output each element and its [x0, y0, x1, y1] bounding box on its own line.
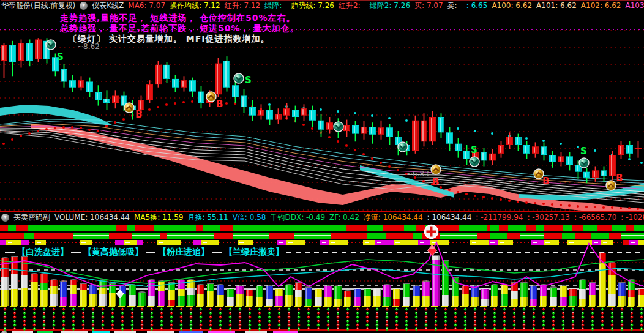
volume-indicator-chart[interactable]	[0, 223, 644, 331]
ribbon-segment	[459, 225, 487, 231]
red-dot	[560, 204, 562, 206]
ribbon-segment	[346, 225, 367, 231]
ribbon-row-2	[0, 233, 644, 239]
red-dot	[388, 165, 391, 168]
ribbon-segment	[623, 240, 629, 245]
ribbon-segment	[383, 225, 404, 231]
chevron-down-circle-icon[interactable]: ▾	[1, 214, 9, 222]
sell-signal-ball-icon	[234, 73, 244, 83]
cyan-dot	[474, 130, 476, 132]
ribbon-segment	[591, 233, 609, 239]
ribbon-segment	[160, 233, 167, 239]
sell-letter: S	[245, 75, 252, 86]
cyan-dot	[457, 127, 459, 130]
ribbon-row-3	[0, 240, 644, 245]
ribbon-segment	[559, 240, 567, 245]
ribbon-row-1	[0, 225, 644, 231]
signal-text-green-light: 〔绿灯〕 实计交易量增加。 MFI促进指数增加。	[69, 34, 269, 45]
header-item: ZF: 0.42	[329, 213, 359, 222]
ribbon-segment	[286, 240, 305, 245]
ribbon-segment	[413, 233, 422, 239]
red-dot	[88, 129, 91, 131]
ribbon-segment	[544, 240, 559, 245]
ribbon-segment	[73, 233, 109, 239]
red-dot	[80, 127, 82, 129]
sell-letter: S	[471, 144, 477, 155]
ribbon-segment	[34, 233, 73, 239]
ribbon-segment	[127, 225, 135, 231]
red-dot	[371, 157, 373, 160]
red-dot	[568, 204, 571, 207]
cyan-dot	[354, 112, 356, 114]
red-dot	[11, 138, 13, 141]
ribbon-segment	[440, 233, 477, 239]
red-dot	[157, 106, 159, 108]
ribbon-segment	[613, 240, 623, 245]
signal-label-row: 【白洗盘进】【黄高抛低吸】【粉庄进追】【兰绿庄撤卖】	[2, 247, 644, 257]
header-item: V倍: 0.58	[233, 212, 266, 222]
red-dot	[105, 125, 108, 127]
cyan-dot	[560, 143, 562, 145]
ribbon-segment	[612, 225, 626, 231]
cyan-dot	[542, 140, 545, 142]
red-dot	[345, 144, 348, 147]
red-dot	[71, 126, 73, 129]
red-dot	[225, 102, 228, 105]
buy-signal-ball-icon	[124, 103, 134, 113]
red-dot	[474, 195, 476, 197]
ribbon-segment	[513, 240, 531, 245]
chevron-down-circle-icon[interactable]: ▾	[80, 2, 88, 10]
ribbon-segment	[575, 233, 591, 239]
ribbon-segment	[80, 240, 92, 245]
red-dot	[37, 130, 39, 132]
ribbon-segment	[28, 225, 116, 231]
ribbon-segment	[562, 233, 575, 239]
advice-text-line1: 走势趋强,量能不足， 短线进场， 仓位控制在50%左右。	[60, 13, 296, 24]
ribbon-segment	[305, 240, 320, 245]
ribbon-segment	[238, 240, 253, 245]
buy-letter: B	[432, 176, 439, 187]
red-dot	[482, 196, 485, 198]
ribbon-segment	[331, 233, 367, 239]
header-item: A101: 6.62	[536, 1, 577, 10]
ribbon-segment	[269, 233, 294, 239]
red-dot	[20, 135, 22, 137]
sell-letter: S	[57, 51, 64, 62]
ribbon-segment	[219, 240, 238, 245]
ribbon-segment	[157, 240, 181, 245]
red-dot	[457, 191, 459, 193]
clipped-bottom-pane-header: ▾	[0, 331, 644, 333]
sell-signal-ball-icon	[470, 157, 479, 166]
cyan-dot	[628, 158, 631, 160]
ribbon-segment	[6, 240, 21, 245]
ribbon-segment	[394, 240, 418, 245]
buy-letter: B	[216, 99, 223, 110]
signal-label: 【白洗盘进】	[17, 247, 69, 258]
header-item: : -66565.70	[574, 213, 616, 222]
red-dot	[97, 130, 99, 132]
red-dot	[585, 206, 588, 208]
ribbon-segment	[143, 240, 157, 245]
cyan-dot	[405, 119, 408, 122]
ribbon-segment	[375, 240, 394, 245]
green-curve	[0, 260, 644, 283]
ribbon-segment	[135, 225, 154, 231]
red-dot	[508, 200, 511, 202]
red-dot	[362, 153, 365, 155]
ribbon-segment	[563, 225, 572, 231]
header-item: : 6.65	[466, 1, 488, 10]
cyan-dot	[371, 114, 373, 117]
ribbon-segment	[363, 240, 375, 245]
cyan-dot	[491, 132, 493, 135]
volume-pane-header: ▾买卖密码副VOLUME: 106434.44MA5换: 11.59月换: 55…	[1, 212, 644, 222]
header-item: A100: 6.62	[492, 1, 532, 10]
ribbon-segment	[348, 240, 363, 245]
buy-signal-ball-icon	[206, 92, 216, 102]
red-dot	[422, 180, 425, 182]
ribbon-segment	[154, 225, 196, 231]
cyan-dot	[388, 117, 391, 119]
chevron-down-circle-icon[interactable]: ▾	[1, 331, 7, 333]
red-dot	[577, 205, 579, 208]
ribbon-segment	[626, 225, 634, 231]
ribbon-segment	[181, 240, 193, 245]
